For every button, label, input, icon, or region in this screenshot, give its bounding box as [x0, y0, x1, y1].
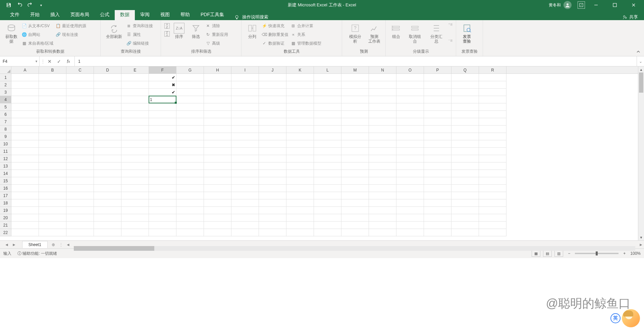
cell-J1[interactable] — [259, 74, 286, 81]
cell-O10[interactable] — [396, 140, 424, 148]
undo-icon[interactable] — [16, 1, 23, 9]
page-break-view-button[interactable]: ▥ — [554, 250, 563, 257]
cell-L6[interactable] — [314, 111, 341, 118]
sort-button[interactable]: Z↕A 排序 — [172, 22, 186, 40]
row-header-19[interactable]: 19 — [0, 207, 11, 214]
ime-badge[interactable]: 英 — [610, 313, 621, 323]
zoom-level-label[interactable]: 100% — [630, 251, 641, 256]
cell-M21[interactable] — [341, 222, 369, 229]
ungroup-button[interactable]: 取消组合 — [406, 22, 425, 44]
relationships-button[interactable]: ∝关系 — [290, 31, 321, 38]
cell-I13[interactable] — [231, 162, 259, 170]
cell-R17[interactable] — [479, 192, 506, 199]
cell-P7[interactable] — [424, 118, 451, 126]
row-header-17[interactable]: 17 — [0, 192, 11, 199]
cell-A4[interactable] — [11, 96, 39, 103]
cell-P13[interactable] — [424, 162, 451, 170]
cell-O22[interactable] — [396, 229, 424, 236]
cell-L11[interactable] — [314, 148, 341, 155]
cell-F14[interactable] — [149, 170, 176, 177]
cell-B6[interactable] — [39, 111, 66, 118]
cell-K20[interactable] — [286, 214, 314, 222]
column-header-E[interactable]: E — [121, 66, 149, 74]
reapply-button[interactable]: ↻重新应用 — [205, 31, 228, 38]
accessibility-status[interactable]: ⓘ 辅助功能: 一切就绪 — [17, 251, 57, 256]
cell-C12[interactable] — [66, 155, 94, 162]
tab-home[interactable]: 开始 — [25, 9, 45, 20]
row-header-15[interactable]: 15 — [0, 177, 11, 185]
cell-B9[interactable] — [39, 133, 66, 140]
cell-P17[interactable] — [424, 192, 451, 199]
cell-R5[interactable] — [479, 103, 506, 111]
cell-P4[interactable] — [424, 96, 451, 103]
cell-K1[interactable] — [286, 74, 314, 81]
cell-O18[interactable] — [396, 199, 424, 207]
cell-M15[interactable] — [341, 177, 369, 185]
cell-K11[interactable] — [286, 148, 314, 155]
cell-H4[interactable] — [204, 96, 231, 103]
cell-E22[interactable] — [121, 229, 149, 236]
cell-Q11[interactable] — [451, 148, 479, 155]
cell-I22[interactable] — [231, 229, 259, 236]
cell-K8[interactable] — [286, 126, 314, 133]
cell-N14[interactable] — [369, 170, 396, 177]
cell-A15[interactable] — [11, 177, 39, 185]
cell-E18[interactable] — [121, 199, 149, 207]
cell-O16[interactable] — [396, 185, 424, 192]
cell-D4[interactable] — [94, 96, 121, 103]
cell-K10[interactable] — [286, 140, 314, 148]
cell-H20[interactable] — [204, 214, 231, 222]
cell-J15[interactable] — [259, 177, 286, 185]
cell-H12[interactable] — [204, 155, 231, 162]
cell-R13[interactable] — [479, 162, 506, 170]
cell-H9[interactable] — [204, 133, 231, 140]
cell-C17[interactable] — [66, 192, 94, 199]
cell-P10[interactable] — [424, 140, 451, 148]
cell-L9[interactable] — [314, 133, 341, 140]
cell-P5[interactable] — [424, 103, 451, 111]
existing-connections-button[interactable]: 🔗现有连接 — [55, 31, 86, 38]
cell-D6[interactable] — [94, 111, 121, 118]
cell-B3[interactable] — [39, 89, 66, 96]
cell-G17[interactable] — [176, 192, 204, 199]
cell-H6[interactable] — [204, 111, 231, 118]
cell-A16[interactable] — [11, 185, 39, 192]
cell-I20[interactable] — [231, 214, 259, 222]
cell-P19[interactable] — [424, 207, 451, 214]
row-header-4[interactable]: 4 — [0, 96, 11, 103]
cell-P18[interactable] — [424, 199, 451, 207]
cell-E11[interactable] — [121, 148, 149, 155]
enter-formula-button[interactable]: ✓ — [54, 59, 64, 64]
cell-G13[interactable] — [176, 162, 204, 170]
cell-G12[interactable] — [176, 155, 204, 162]
cell-H3[interactable] — [204, 89, 231, 96]
cell-F7[interactable] — [149, 118, 176, 126]
cell-R21[interactable] — [479, 222, 506, 229]
cell-R22[interactable] — [479, 229, 506, 236]
cell-A18[interactable] — [11, 199, 39, 207]
cell-A12[interactable] — [11, 155, 39, 162]
cell-D10[interactable] — [94, 140, 121, 148]
row-header-1[interactable]: 1 — [0, 74, 11, 81]
cell-L1[interactable] — [314, 74, 341, 81]
cell-N22[interactable] — [369, 229, 396, 236]
cell-P3[interactable] — [424, 89, 451, 96]
select-all-button[interactable] — [0, 66, 11, 74]
row-header-22[interactable]: 22 — [0, 229, 11, 236]
cell-I18[interactable] — [231, 199, 259, 207]
cell-I11[interactable] — [231, 148, 259, 155]
cell-J16[interactable] — [259, 185, 286, 192]
cell-J14[interactable] — [259, 170, 286, 177]
cell-M18[interactable] — [341, 199, 369, 207]
row-header-13[interactable]: 13 — [0, 162, 11, 170]
clear-filter-button[interactable]: ✕清除 — [205, 22, 228, 30]
cell-G1[interactable] — [176, 74, 204, 81]
cell-L4[interactable] — [314, 96, 341, 103]
cell-M17[interactable] — [341, 192, 369, 199]
cell-C13[interactable] — [66, 162, 94, 170]
cell-B20[interactable] — [39, 214, 66, 222]
cell-E17[interactable] — [121, 192, 149, 199]
new-sheet-button[interactable]: ⊕ — [50, 241, 57, 248]
cell-K2[interactable] — [286, 81, 314, 89]
column-header-Q[interactable]: Q — [451, 66, 479, 74]
